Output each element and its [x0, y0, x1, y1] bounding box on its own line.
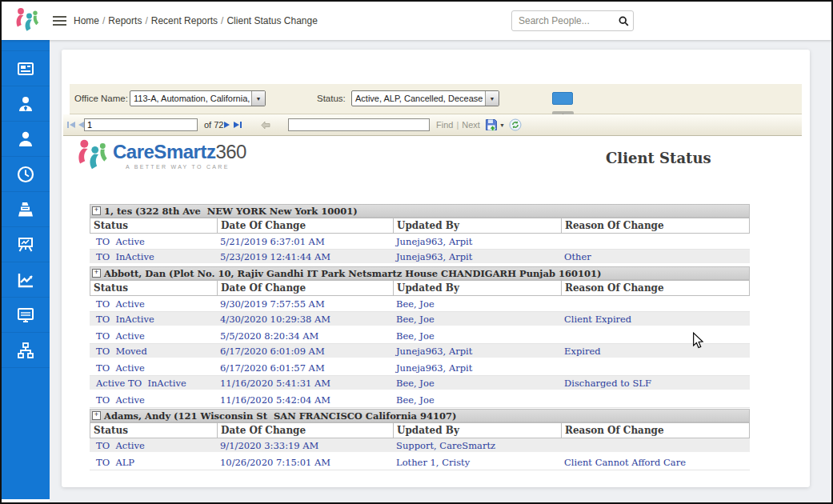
sidebar-item-clients[interactable] — [2, 122, 50, 157]
group-header-label: Adams, Andy (121 Wisconsin St SAN FRANCI… — [104, 410, 457, 422]
next-link[interactable]: Next — [462, 120, 480, 130]
sidebar-item-dashboard[interactable] — [2, 50, 50, 86]
brand-tagline: A BETTER WAY TO CARE — [113, 164, 246, 170]
updated-by-cell: Juneja963, Arpit — [394, 234, 562, 250]
menu-toggle-icon[interactable] — [53, 16, 66, 26]
reason-of-change-cell — [562, 360, 750, 376]
table-row: TO Active9/30/2019 7:57:55 AMBee, Joe — [90, 296, 750, 312]
sidebar-item-system[interactable] — [2, 298, 50, 333]
reason-of-change-cell — [562, 392, 750, 408]
clock-icon — [16, 165, 35, 184]
brand-suffix: 360 — [215, 141, 246, 162]
status-cell: TO InActive — [90, 250, 218, 266]
reason-of-change-cell: Expired — [562, 344, 750, 360]
expand-toggle-icon[interactable]: + — [92, 269, 101, 278]
column-header: Date Of Change — [218, 280, 394, 296]
updated-by-cell: Bee, Joe — [394, 392, 562, 408]
column-header-row: StatusDate Of ChangeUpdated ByReason Of … — [90, 422, 750, 438]
status-cell: TO Active — [90, 360, 218, 376]
status-cell: TO Active — [90, 328, 218, 344]
date-of-change-cell: 5/23/2019 12:41:44 AM — [218, 250, 394, 266]
column-header: Updated By — [394, 218, 562, 234]
monitor-icon — [16, 306, 35, 325]
report-title: Client Status — [606, 150, 711, 166]
column-header-row: StatusDate Of ChangeUpdated ByReason Of … — [90, 218, 750, 234]
table-row: TO Active11/16/2020 5:42:04 AMBee, Joe — [90, 392, 750, 408]
breadcrumb-item[interactable]: Home — [74, 15, 99, 26]
table-row: TO Active5/5/2020 8:20:34 AMBee, Joe — [90, 328, 750, 344]
parent-report-icon[interactable] — [261, 114, 270, 135]
view-report-button[interactable] — [552, 92, 573, 105]
office-dropdown-icon[interactable]: ▼ — [251, 91, 265, 106]
status-dropdown-icon[interactable]: ▼ — [485, 91, 499, 106]
office-name-value: 113-A, Automation, California, ( — [130, 91, 251, 106]
last-page-icon[interactable] — [234, 114, 242, 135]
date-of-change-cell: 6/17/2020 6:01:09 AM — [218, 344, 394, 360]
reason-of-change-cell: Client Cannot Afford Care — [562, 454, 750, 470]
updated-by-cell: Bee, Joe — [394, 296, 562, 312]
group-header-row: +Abbott, Dan (Plot No. 10, Rajiv Gandhi … — [90, 266, 750, 280]
first-page-icon[interactable] — [67, 114, 75, 135]
breadcrumb-item[interactable]: Client Status Change — [226, 15, 317, 26]
caresmartz-logo-icon — [72, 138, 109, 174]
export-icon[interactable] — [485, 114, 498, 135]
column-header: Status — [90, 218, 218, 234]
office-name-select[interactable]: 113-A, Automation, California, ( ▼ — [130, 90, 266, 106]
sidebar-item-training[interactable] — [2, 227, 50, 262]
next-page-icon[interactable] — [224, 114, 230, 135]
find-link[interactable]: Find — [436, 120, 453, 130]
sidebar-item-scheduling[interactable] — [2, 157, 50, 192]
status-cell: TO Active — [90, 392, 218, 408]
expand-toggle-icon[interactable]: + — [92, 411, 101, 420]
people-search — [511, 10, 634, 31]
caresmartz-logo-icon — [11, 6, 40, 35]
breadcrumb-separator: / — [102, 15, 105, 26]
status-cell: TO ALP — [90, 454, 218, 470]
search-input[interactable] — [512, 15, 614, 26]
reason-of-change-cell — [562, 296, 750, 312]
brand-name: CareSmartz — [113, 141, 215, 162]
status-cell: TO Active — [90, 234, 218, 250]
org-chart-icon — [16, 341, 35, 360]
column-header: Updated By — [394, 422, 562, 438]
find-text-input[interactable] — [288, 118, 430, 131]
table-row: TO ALP10/26/2020 7:15:01 AMLother 1, Cri… — [90, 454, 750, 470]
sidebar-item-caregivers[interactable] — [2, 86, 50, 122]
dashboard-icon — [16, 59, 35, 78]
page-count-label: of 72 — [204, 114, 223, 135]
group-header-label: Abbott, Dan (Plot No. 10, Rajiv Gandhi I… — [104, 268, 601, 279]
find-text-field — [288, 114, 430, 135]
search-icon[interactable] — [614, 15, 633, 27]
breadcrumb-item[interactable]: Reports — [108, 15, 142, 26]
breadcrumb-separator: / — [145, 15, 147, 26]
date-of-change-cell: 11/16/2020 5:41:31 AM — [218, 376, 394, 392]
sidebar-item-billing[interactable] — [2, 192, 50, 227]
page-number-input[interactable] — [84, 118, 198, 131]
column-header: Date Of Change — [218, 218, 394, 234]
date-of-change-cell: 11/16/2020 5:42:04 AM — [218, 392, 394, 408]
previous-page-icon[interactable] — [78, 114, 84, 135]
export-dropdown-icon[interactable]: ▼ — [499, 114, 505, 135]
sidebar-item-office-tree[interactable] — [2, 333, 50, 368]
status-cell: TO Moved — [90, 344, 218, 360]
column-header: Status — [90, 280, 218, 296]
status-select[interactable]: Active, ALP, Cancelled, Decease ▼ — [351, 90, 499, 106]
breadcrumb-item[interactable]: Recent Reports — [151, 15, 218, 26]
reason-of-change-cell: Other — [562, 250, 750, 266]
app-logo[interactable] — [2, 2, 50, 40]
expand-toggle-icon[interactable]: + — [92, 206, 101, 215]
status-cell: TO InActive — [90, 312, 218, 328]
updated-by-cell: Support, CareSmartz — [394, 438, 562, 454]
table-row: TO Active9/1/2020 3:33:19 AMSupport, Car… — [90, 438, 750, 454]
status-cell: TO Active — [90, 438, 218, 454]
app-window: Home/Reports/Recent Reports/Client Statu… — [0, 0, 833, 504]
status-value: Active, ALP, Cancelled, Decease — [352, 91, 485, 106]
sidebar-item-reports[interactable] — [2, 262, 50, 298]
table-row: Active TO InActive11/16/2020 5:41:31 AMB… — [90, 376, 750, 392]
refresh-icon[interactable] — [509, 114, 522, 135]
date-of-change-cell: 5/5/2020 8:20:34 AM — [218, 328, 394, 344]
page-number-field — [84, 114, 198, 135]
top-bar: Home/Reports/Recent Reports/Client Statu… — [2, 2, 831, 40]
sidebar-nav — [2, 40, 50, 499]
updated-by-cell: Bee, Joe — [394, 312, 562, 328]
